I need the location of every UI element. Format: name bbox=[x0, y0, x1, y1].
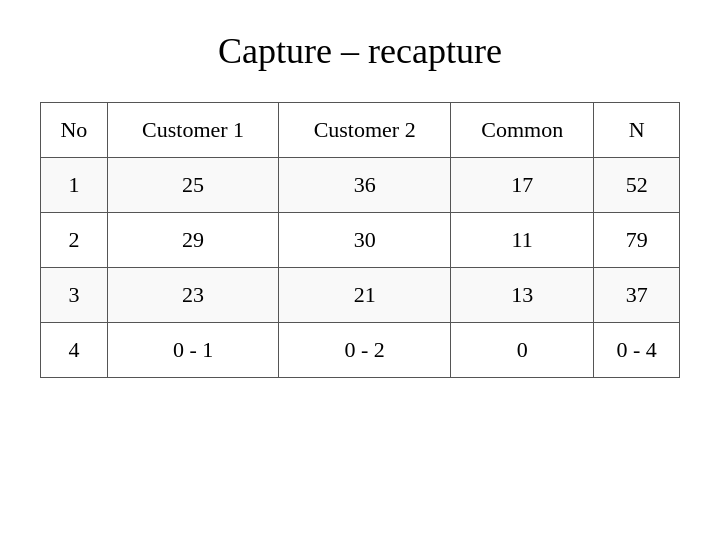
table-row: 125361752 bbox=[41, 158, 680, 213]
col-header-customer1: Customer 1 bbox=[107, 103, 279, 158]
capture-recapture-table: No Customer 1 Customer 2 Common N 125361… bbox=[40, 102, 680, 378]
cell-r4-c5: 0 - 4 bbox=[594, 323, 680, 378]
cell-r3-c4: 13 bbox=[450, 268, 593, 323]
cell-r2-c5: 79 bbox=[594, 213, 680, 268]
cell-r1-c1: 1 bbox=[41, 158, 108, 213]
cell-r3-c1: 3 bbox=[41, 268, 108, 323]
table-row: 229301179 bbox=[41, 213, 680, 268]
cell-r4-c2: 0 - 1 bbox=[107, 323, 279, 378]
table-row: 40 - 10 - 200 - 4 bbox=[41, 323, 680, 378]
cell-r1-c4: 17 bbox=[450, 158, 593, 213]
table-row: 323211337 bbox=[41, 268, 680, 323]
page-title: Capture – recapture bbox=[218, 30, 502, 72]
cell-r1-c3: 36 bbox=[279, 158, 451, 213]
cell-r1-c2: 25 bbox=[107, 158, 279, 213]
data-table-wrapper: No Customer 1 Customer 2 Common N 125361… bbox=[40, 102, 680, 378]
cell-r2-c3: 30 bbox=[279, 213, 451, 268]
cell-r2-c4: 11 bbox=[450, 213, 593, 268]
cell-r3-c2: 23 bbox=[107, 268, 279, 323]
cell-r4-c4: 0 bbox=[450, 323, 593, 378]
cell-r1-c5: 52 bbox=[594, 158, 680, 213]
col-header-common: Common bbox=[450, 103, 593, 158]
cell-r3-c3: 21 bbox=[279, 268, 451, 323]
cell-r3-c5: 37 bbox=[594, 268, 680, 323]
cell-r2-c2: 29 bbox=[107, 213, 279, 268]
cell-r2-c1: 2 bbox=[41, 213, 108, 268]
cell-r4-c3: 0 - 2 bbox=[279, 323, 451, 378]
cell-r4-c1: 4 bbox=[41, 323, 108, 378]
col-header-no: No bbox=[41, 103, 108, 158]
table-header-row: No Customer 1 Customer 2 Common N bbox=[41, 103, 680, 158]
col-header-customer2: Customer 2 bbox=[279, 103, 451, 158]
col-header-n: N bbox=[594, 103, 680, 158]
